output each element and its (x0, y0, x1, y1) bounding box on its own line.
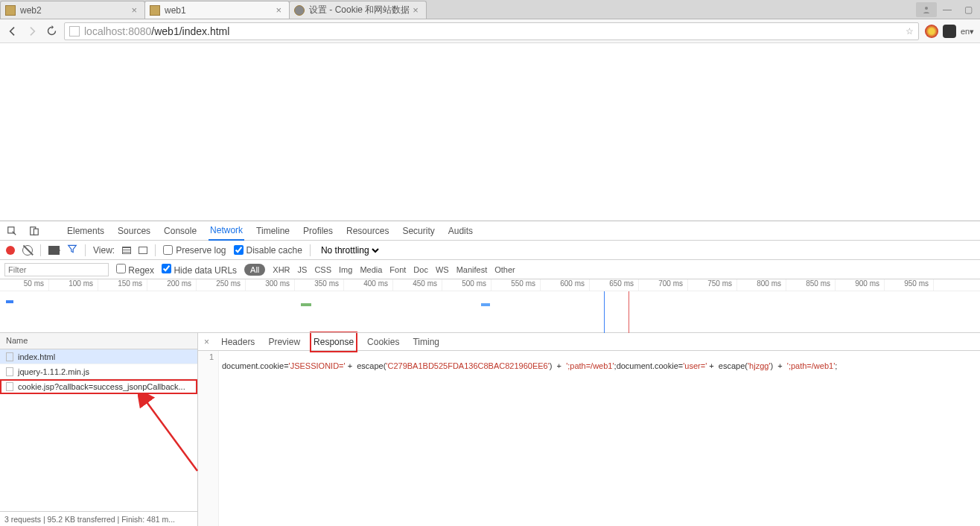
browser-tab-active[interactable]: web1 × (144, 1, 290, 19)
filter-all[interactable]: All (244, 264, 265, 276)
tab-elements[interactable]: Elements (66, 222, 106, 240)
page-icon (69, 26, 80, 37)
extension-icon[interactable] (925, 25, 938, 38)
timeline-bar (481, 303, 490, 306)
favicon-icon (5, 5, 16, 16)
throttling-select[interactable]: No throttling (318, 244, 381, 256)
detail-tab-response[interactable]: Response (312, 334, 355, 350)
extension-icon[interactable]: en▾ (961, 25, 974, 38)
line-number: 1 (198, 351, 219, 526)
tab-title: web2 (20, 5, 128, 16)
tab-console[interactable]: Console (162, 222, 198, 240)
url-text: localhost:8080/web1/index.html (84, 25, 229, 37)
tab-timeline[interactable]: Timeline (255, 222, 291, 240)
bookmark-star-icon[interactable]: ☆ (906, 26, 914, 37)
request-name: index.html (18, 352, 55, 361)
close-icon[interactable]: × (128, 4, 140, 16)
timeline-ruler: 50 ms 100 ms 150 ms 200 ms 250 ms 300 ms… (0, 279, 980, 291)
document-icon (6, 382, 13, 391)
name-column-header[interactable]: Name (0, 333, 197, 349)
view-list-icon[interactable] (122, 247, 131, 254)
omnibox[interactable]: localhost:8080/web1/index.html ☆ (64, 22, 919, 40)
tab-profiles[interactable]: Profiles (302, 222, 334, 240)
browser-tab[interactable]: web2 × (0, 1, 145, 19)
response-body[interactable]: 1 document.cookie='JSESSIONID=' + escape… (198, 351, 980, 526)
tab-title: web1 (165, 5, 273, 16)
filter-type[interactable]: Doc (413, 265, 428, 274)
document-icon (6, 352, 13, 361)
clear-button[interactable] (22, 245, 33, 256)
network-status-bar: 3 requests | 95.2 KB transferred | Finis… (0, 511, 197, 526)
domcontent-line (604, 291, 605, 333)
user-icon[interactable] (916, 2, 937, 17)
extension-icons: en▾ (925, 25, 974, 38)
filter-type[interactable]: WS (436, 265, 449, 274)
devtools-panel: Elements Sources Console Network Timelin… (0, 221, 980, 526)
detail-tab-cookies[interactable]: Cookies (366, 334, 401, 350)
request-row[interactable]: index.html (0, 349, 197, 364)
filter-type[interactable]: JS (298, 265, 308, 274)
view-label: View: (93, 245, 115, 256)
network-filter-bar: Regex Hide data URLs All XHR JS CSS Img … (0, 260, 980, 279)
detail-tabbar: × Headers Preview Response Cookies Timin… (198, 333, 980, 351)
minimize-button[interactable]: — (937, 2, 958, 17)
request-name: cookie.jsp?callback=success_jsonpCallbac… (18, 382, 185, 391)
tab-title: 设置 - Cookie 和网站数据 (309, 4, 410, 16)
document-icon (6, 367, 13, 376)
filter-type[interactable]: Font (389, 265, 406, 274)
preserve-log-checkbox[interactable]: Preserve log (163, 245, 226, 256)
network-timeline[interactable]: 50 ms 100 ms 150 ms 200 ms 250 ms 300 ms… (0, 279, 980, 333)
close-icon[interactable]: × (410, 4, 421, 16)
request-row[interactable]: jquery-1.11.2.min.js (0, 364, 197, 379)
detail-tab-timing[interactable]: Timing (411, 334, 441, 350)
disable-cache-checkbox[interactable]: Disable cache (234, 245, 302, 256)
gear-icon (294, 5, 305, 16)
record-button[interactable] (6, 246, 15, 255)
reload-button[interactable] (45, 25, 58, 38)
hide-urls-checkbox[interactable]: Hide data URLs (162, 264, 237, 276)
request-row[interactable]: cookie.jsp?callback=success_jsonpCallbac… (0, 379, 197, 394)
timeline-bar (301, 303, 311, 306)
tab-resources[interactable]: Resources (345, 222, 390, 240)
filter-toggle-icon[interactable] (67, 244, 77, 256)
load-line (629, 291, 629, 333)
filter-type[interactable]: CSS (314, 265, 331, 274)
devtools-tabbar: Elements Sources Console Network Timelin… (0, 221, 980, 241)
tab-audits[interactable]: Audits (447, 222, 474, 240)
page-viewport (0, 43, 980, 221)
network-toolbar: View: Preserve log Disable cache No thro… (0, 241, 980, 260)
regex-checkbox[interactable]: Regex (116, 264, 154, 276)
browser-tab-strip: web2 × web1 × 设置 - Cookie 和网站数据 × — ▢ (0, 0, 980, 19)
filter-type[interactable]: Manifest (456, 265, 488, 274)
address-bar: localhost:8080/web1/index.html ☆ en▾ (0, 19, 980, 43)
filter-type[interactable]: Media (360, 265, 382, 274)
favicon-icon (150, 5, 160, 16)
device-toggle-icon[interactable] (28, 225, 40, 237)
request-name: jquery-1.11.2.min.js (18, 367, 89, 376)
close-detail-icon[interactable]: × (204, 337, 209, 347)
tab-network[interactable]: Network (209, 221, 244, 241)
filter-type[interactable]: Other (494, 265, 515, 274)
extension-icon[interactable] (943, 25, 956, 38)
detail-tab-preview[interactable]: Preview (267, 334, 302, 350)
svg-rect-3 (34, 229, 38, 235)
close-icon[interactable]: × (273, 4, 284, 16)
detail-tab-headers[interactable]: Headers (220, 334, 256, 350)
forward-button[interactable] (25, 25, 39, 38)
svg-point-0 (925, 7, 928, 10)
screenshot-icon[interactable] (48, 246, 60, 255)
back-button[interactable] (6, 25, 19, 38)
tab-sources[interactable]: Sources (116, 222, 152, 240)
tab-security[interactable]: Security (401, 222, 436, 240)
filter-input[interactable] (4, 263, 109, 276)
inspect-icon[interactable] (6, 225, 18, 237)
maximize-button[interactable]: ▢ (958, 2, 979, 17)
request-detail-pane: × Headers Preview Response Cookies Timin… (198, 333, 980, 526)
filter-type[interactable]: Img (339, 265, 352, 274)
window-controls: — ▢ (916, 0, 980, 19)
browser-tab[interactable]: 设置 - Cookie 和网站数据 × (289, 1, 427, 19)
response-code: document.cookie='JSESSIONID=' + escape('… (219, 351, 980, 526)
view-grid-icon[interactable] (139, 247, 147, 254)
request-list-pane: Name index.html jquery-1.11.2.min.js coo… (0, 333, 198, 526)
filter-type[interactable]: XHR (273, 265, 290, 274)
